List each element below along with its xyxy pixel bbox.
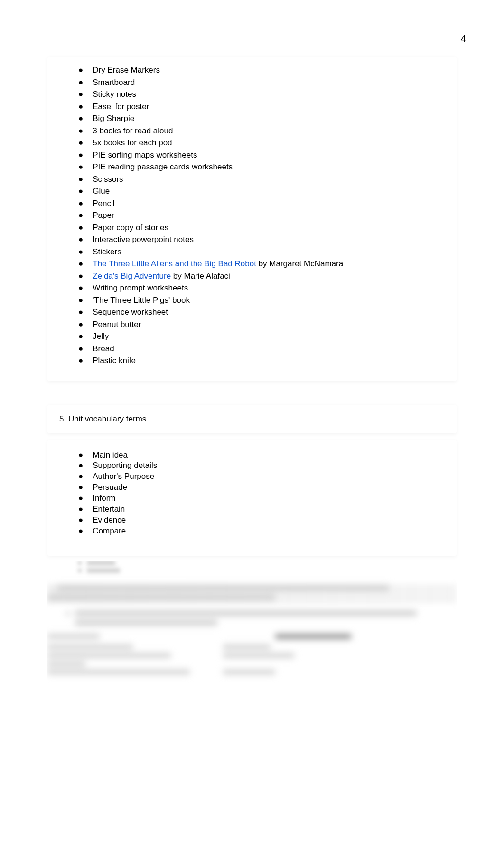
item-text: Bread [93,343,114,355]
list-item: ● Dry Erase Markers [78,64,442,76]
list-item: ● 'The Three Little Pigs' book [78,294,442,307]
bullet-icon: ● [78,282,83,294]
item-text: Dry Erase Markers [93,64,160,76]
item-text: Evidence [93,515,126,526]
list-item: ● Plastic knife [78,355,442,367]
item-text: Sequence worksheet [93,306,168,318]
item-text: Compare [93,526,126,537]
bullet-icon: ● [78,197,83,210]
item-text: 3 books for read aloud [93,125,173,137]
item-text: Main idea [93,450,128,461]
bullet-icon: ● [78,515,83,526]
list-item: ● Writing prompt worksheets [78,282,442,294]
vocabulary-section: ● Main idea ● Supporting details ● Autho… [47,440,457,556]
item-text: Writing prompt worksheets [93,282,188,294]
vocabulary-list: ● Main idea ● Supporting details ● Autho… [62,450,442,537]
bullet-icon: ● [78,294,83,307]
list-item: ● Bread [78,343,442,355]
item-text: Paper copy of stories [93,222,168,234]
list-item: ● Sticky notes [78,88,442,101]
book-link[interactable]: Zelda's Big Adventure [93,271,171,280]
materials-section: ● Dry Erase Markers ● Smartboard ● Stick… [47,57,457,381]
list-item: ● Paper [78,209,442,222]
bullet-icon: ● [78,137,83,149]
bullet-icon: ● [78,76,83,89]
bullet-icon: ● [78,222,83,234]
list-item: ● Scissors [78,173,442,186]
item-text: Stickers [93,246,121,258]
list-item: ● Author's Purpose [78,471,442,482]
item-text: Peanut butter [93,318,141,331]
bullet-icon: ● [78,460,83,471]
bullet-icon: ● [78,88,83,101]
bullet-icon: ● [78,306,83,318]
bullet-icon: ● [78,185,83,197]
bullet-icon: ● [78,234,83,246]
item-text: Sticky notes [93,88,136,101]
list-item: ● Stickers [78,246,442,258]
item-text: PIE sorting maps worksheets [93,149,197,161]
item-text: Easel for poster [93,101,149,113]
bullet-icon: ● [78,504,83,515]
list-item: ● Pencil [78,197,442,210]
page-number: 4 [461,33,466,44]
list-item: ● The Three Little Aliens and the Big Ba… [78,258,442,270]
item-suffix: by Marie Alafaci [171,271,230,280]
bullet-icon: ● [78,355,83,367]
bullet-icon: ● [78,526,83,537]
bullet-icon: ● [78,471,83,482]
bullet-icon: ● [78,125,83,137]
item-text: The Three Little Aliens and the Big Bad … [93,258,343,270]
item-text: Entertain [93,504,125,515]
bullet-icon: ● [78,112,83,125]
bullet-icon: ● [78,246,83,258]
list-item: ● Interactive powerpoint notes [78,234,442,246]
item-text: Interactive powerpoint notes [93,234,194,246]
item-text: Scissors [93,173,123,186]
bullet-icon: ● [78,493,83,504]
item-text: Smartboard [93,76,135,89]
list-item: ● Persuade [78,482,442,493]
bullet-icon: ● [78,330,83,343]
item-text: Zelda's Big Adventure by Marie Alafaci [93,270,230,282]
list-item: ● Inform [78,493,442,504]
bullet-icon: ● [78,101,83,113]
bullet-icon: ● [78,173,83,186]
item-text: Paper [93,209,114,222]
bullet-icon: ● [78,270,83,282]
bullet-icon: ● [78,450,83,461]
item-text: Big Sharpie [93,112,134,125]
bullet-icon: ● [78,149,83,161]
list-item: ● Peanut butter [78,318,442,331]
bullet-icon: ● [78,258,83,270]
list-item: ● PIE sorting maps worksheets [78,149,442,161]
item-text: Supporting details [93,460,157,471]
bullet-icon: ● [78,343,83,355]
vocabulary-header: 5. Unit vocabulary terms [47,405,457,433]
list-item: ● Main idea [78,450,442,461]
list-item: ● PIE reading passage cards worksheets [78,161,442,173]
item-suffix: by Margaret McNamara [256,259,343,268]
item-text: Inform [93,493,115,504]
item-text: Persuade [93,482,127,493]
materials-list: ● Dry Erase Markers ● Smartboard ● Stick… [62,64,442,367]
list-item: ● Compare [78,526,442,537]
list-item: ● Glue [78,185,442,197]
list-item: ● 5x books for each pod [78,137,442,149]
bullet-icon: ● [78,161,83,173]
item-text: Glue [93,185,110,197]
item-text: Plastic knife [93,355,136,367]
item-text: Author's Purpose [93,471,154,482]
list-item: ● Evidence [78,515,442,526]
item-text: 'The Three Little Pigs' book [93,294,190,307]
list-item: ● Entertain [78,504,442,515]
list-item: ● Jelly [78,330,442,343]
blurred-preview [47,561,457,689]
item-text: 5x books for each pod [93,137,172,149]
item-text: PIE reading passage cards worksheets [93,161,233,173]
list-item: ● Smartboard [78,76,442,89]
bullet-icon: ● [78,209,83,222]
book-link[interactable]: The Three Little Aliens and the Big Bad … [93,259,256,268]
list-item: ● Zelda's Big Adventure by Marie Alafaci [78,270,442,282]
bullet-icon: ● [78,482,83,493]
